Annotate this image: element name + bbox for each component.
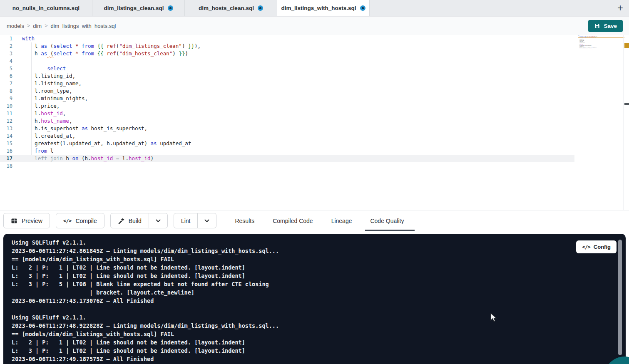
line-number: 15 [0,140,12,147]
terminal-scrollbar[interactable] [618,240,622,355]
terminal-line: == [models/dim/dim_listings_with_hosts.s… [12,255,626,263]
code-editor-lines: 1with2 l as (select * from {{ ref("dim_l… [0,35,574,170]
line-number: 7 [0,80,12,87]
terminal-line: 2023-06-06T11:27:48.922828Z — Linting mo… [12,322,626,330]
code-line[interactable]: 11 l.host_id, [0,110,574,117]
minimap[interactable]: with l as (select * from {{ ref("dim_lis… [578,35,624,53]
code-text: l.minimum_nights, [22,95,88,102]
compile-button-label: Compile [75,218,97,224]
code-line[interactable]: 12 h.host_name, [0,117,574,125]
line-number: 8 [0,87,12,95]
terminal-line: L: 2 | P: 1 | LT02 | Line should not be … [12,338,626,347]
line-number: 9 [0,95,12,102]
code-text: l.listing_name, [22,80,82,87]
code-line[interactable]: 14 l.created_at, [0,132,574,140]
save-icon [594,23,600,29]
terminal-line: L: 3 | P: 1 | LT02 | Line should not be … [12,347,626,355]
code-slash-icon: </> [582,244,590,250]
terminal-line: 2023-06-06T11:27:43.173076Z — All Finish… [12,297,626,305]
panel-tab-code-quality[interactable]: Code Quality [368,210,405,231]
line-number: 6 [0,72,12,80]
hammer-icon [118,218,124,224]
code-text: l.created_at, [22,132,75,140]
lint-warning-marker[interactable] [624,43,629,48]
terminal-line: 2023-06-06T11:27:49.187575Z — All Finish… [12,355,626,363]
code-line[interactable]: 4 [0,57,574,65]
code-text: select [22,65,66,72]
panel-tab-lineage[interactable]: Lineage [330,210,354,231]
code-line[interactable]: 3 h as (select * from {{ ref("dim_hosts_… [0,50,574,57]
code-line[interactable]: 16 from l [0,147,574,155]
breadcrumb-item[interactable]: dim_listings_with_hosts.sql [51,23,116,29]
file-tab-label: dim_listings_clean.sql [104,5,164,11]
file-tab-label: dim_hosts_clean.sql [199,5,254,11]
code-slash-icon: </> [63,218,72,224]
code-line[interactable]: 5 select [0,65,574,72]
terminal-output: Using SQLFluff v2.1.1.2023-06-06T11:27:4… [3,234,626,363]
new-tab-button[interactable]: + [617,2,623,14]
code-line[interactable]: 1with [0,35,574,42]
code-text: h as (select * from {{ ref("dim_hosts_cl… [22,50,188,57]
line-number: 18 [0,162,12,170]
code-text: greatest(l.updated_at, h.updated_at) as … [22,140,191,147]
line-number: 12 [0,117,12,125]
code-line[interactable]: 10 l.price, [0,102,574,110]
terminal-line: L: 3 | P: 5 | LT08 | Blank line expected… [12,280,626,288]
unsaved-indicator-icon [360,5,365,11]
code-line[interactable]: 6 l.listing_id, [0,72,574,80]
code-line[interactable]: 2 l as (select * from {{ ref("dim_listin… [0,42,574,50]
preview-button-label: Preview [22,218,42,224]
code-line[interactable]: 9 l.minimum_nights, [0,95,574,102]
code-text: h.is_superhost as host_is_superhost, [22,125,147,132]
code-line[interactable]: 8 l.room_type, [0,87,574,95]
file-tab[interactable]: dim_hosts_clean.sql [185,0,277,16]
code-line[interactable]: 15 greatest(l.updated_at, h.updated_at) … [0,140,574,147]
code-text: with [22,35,35,42]
line-number: 2 [0,42,12,50]
file-tab[interactable]: no_nulls_in_columns.sql [0,0,92,16]
file-tabbar: no_nulls_in_columns.sqldim_listings_clea… [0,0,629,17]
code-line[interactable]: 17 left join h on (h.host_id = l.host_id… [0,155,574,162]
breadcrumb-bar: models>dim>dim_listings_with_hosts.sql S… [0,17,629,35]
code-editor[interactable]: 1with2 l as (select * from {{ ref("dim_l… [0,35,629,210]
scroll-position-marker[interactable] [624,103,629,105]
lint-button-label: Lint [181,218,191,224]
config-button[interactable]: </> Config [576,240,617,253]
panel-tab-results[interactable]: Results [233,210,256,231]
file-tab-label: no_nulls_in_columns.sql [12,5,80,11]
action-bar: Preview </> Compile Build Lint ResultsCo… [0,210,629,231]
lint-button[interactable]: Lint [174,213,198,228]
file-tab-label: dim_listings_with_hosts.sql [281,5,356,11]
terminal-line [12,305,626,313]
build-button-label: Build [129,218,142,224]
breadcrumb-separator-icon: > [27,23,30,29]
code-line[interactable]: 18 [0,162,574,170]
editor-scroll-track[interactable] [623,35,629,210]
terminal-panel: Using SQLFluff v2.1.1.2023-06-06T11:27:4… [3,234,626,364]
code-line[interactable]: 7 l.listing_name, [0,80,574,87]
code-text: l as (select * from {{ ref("dim_listings… [22,42,201,50]
code-text: l.price, [22,102,60,110]
breadcrumb: models>dim>dim_listings_with_hosts.sql [7,23,116,29]
terminal-line: | bracket. [layout.cte_newline] [12,288,626,297]
code-text: l.listing_id, [22,72,75,80]
code-line[interactable]: 13 h.is_superhost as host_is_superhost, [0,125,574,132]
panel-tab-compiled-code[interactable]: Compiled Code [271,210,315,231]
lint-dropdown-button[interactable] [198,213,216,228]
line-number: 16 [0,147,12,155]
table-grid-icon [11,218,17,224]
build-button[interactable]: Build [110,213,149,228]
line-number: 5 [0,65,12,72]
preview-button[interactable]: Preview [3,213,50,228]
save-button[interactable]: Save [588,20,623,32]
build-dropdown-button[interactable] [149,213,168,228]
file-tab[interactable]: dim_listings_clean.sql [92,0,185,16]
compile-button[interactable]: </> Compile [56,213,104,228]
breadcrumb-item[interactable]: dim [33,23,42,29]
code-text: left join h on (h.host_id = l.host_id) [22,155,154,162]
config-button-label: Config [594,244,611,250]
file-tab[interactable]: dim_listings_with_hosts.sql [277,0,370,16]
terminal-line: 2023-06-06T11:27:42.861845Z — Linting mo… [12,247,626,255]
breadcrumb-item[interactable]: models [7,23,24,29]
line-number: 1 [0,35,12,42]
